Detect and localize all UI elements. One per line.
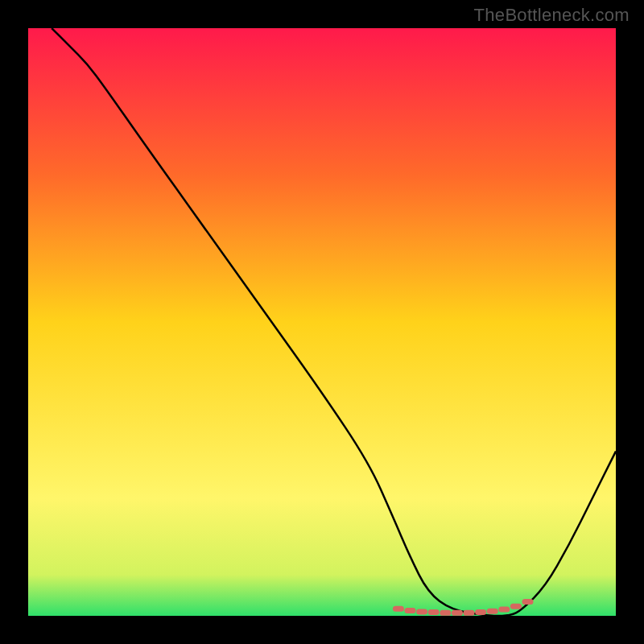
chart-frame: TheBottleneck.com <box>0 0 644 644</box>
plot-area <box>28 28 616 616</box>
sweet-spot-marker <box>475 609 486 615</box>
sweet-spot-marker <box>464 610 475 616</box>
sweet-spot-marker <box>428 609 440 615</box>
chart-svg <box>28 28 616 616</box>
sweet-spot-marker <box>452 610 463 616</box>
sweet-spot-marker <box>522 599 534 605</box>
sweet-spot-marker <box>487 609 498 614</box>
chart-background <box>28 28 616 616</box>
sweet-spot-marker <box>405 608 416 613</box>
watermark-text: TheBottleneck.com <box>474 5 630 26</box>
sweet-spot-marker <box>440 610 451 616</box>
sweet-spot-marker <box>498 606 510 612</box>
sweet-spot-marker <box>393 606 404 612</box>
sweet-spot-marker <box>416 609 427 614</box>
sweet-spot-marker <box>510 604 522 609</box>
